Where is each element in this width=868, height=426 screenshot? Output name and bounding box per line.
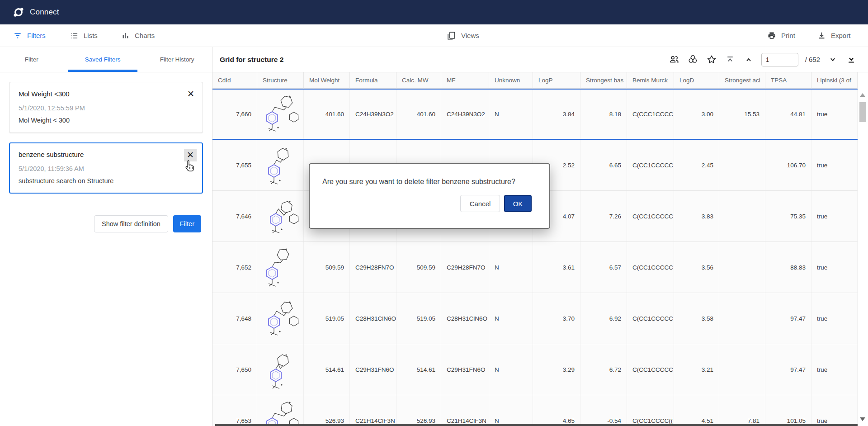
- top-navbar: Connect: [0, 0, 868, 24]
- dialog-message: Are you sure you want to delete filter b…: [322, 178, 515, 186]
- filter-list-icon: [13, 31, 22, 40]
- cell-logd: 3.83: [674, 191, 719, 241]
- saved-filter-card[interactable]: Mol Weight <300 ✕ 5/1/2020, 12:55:59 PM …: [9, 82, 203, 133]
- scroll-down-arrow-icon[interactable]: [860, 417, 865, 421]
- cell-tpsa: 75.35: [765, 191, 811, 241]
- cell-unknown: N: [489, 395, 533, 426]
- grid-title-bar: Grid for structure 2: [212, 47, 868, 72]
- print-button[interactable]: Print: [767, 24, 795, 47]
- tab-filter-history[interactable]: Filter History: [142, 47, 212, 72]
- saved-filter-card-selected[interactable]: benzene substructure ✕ 5/1/2020, 11:59:3…: [9, 142, 203, 194]
- cell-mol_weight: 514.61: [304, 344, 350, 395]
- column-header-strongest_basic[interactable]: Strongest bas: [580, 72, 627, 89]
- cell-calc_mw: 514.61: [396, 344, 441, 395]
- cell-strongest_acidic: [719, 293, 765, 344]
- cell-calc_mw: 526.93: [396, 395, 441, 426]
- nav-charts[interactable]: Charts: [121, 24, 155, 47]
- cell-bemis_murcko: C(CC1CCCC((: [627, 395, 674, 426]
- print-label: Print: [781, 32, 795, 39]
- column-header-bemis_murcko[interactable]: Bemis Murck: [627, 72, 674, 89]
- filter-button[interactable]: Filter: [173, 215, 201, 232]
- nav-lists-label: Lists: [84, 32, 98, 39]
- cell-cdid: 7,655: [212, 140, 257, 190]
- cell-strongest_acidic: [719, 191, 765, 241]
- cell-formula: C21H14ClF3N: [350, 395, 396, 426]
- column-header-mol_weight[interactable]: Mol Weight: [304, 72, 350, 89]
- vertical-scrollbar-thumb[interactable]: [859, 102, 866, 122]
- print-icon: [767, 31, 776, 40]
- favorite-star-icon[interactable]: [706, 54, 717, 66]
- cell-logd: 3.21: [674, 344, 719, 395]
- next-page-icon[interactable]: [827, 54, 839, 66]
- column-header-cdid[interactable]: CdId: [212, 72, 257, 89]
- cell-tpsa: 88.83: [765, 242, 811, 293]
- export-label: Export: [831, 32, 850, 39]
- filter-timestamp: 5/1/2020, 12:55:59 PM: [19, 104, 193, 112]
- cell-formula: C29H31FN6O: [350, 344, 396, 395]
- tab-filter[interactable]: Filter: [0, 47, 63, 72]
- structures-hexagons-icon[interactable]: [687, 54, 699, 66]
- cell-tpsa: 97.47: [765, 344, 811, 395]
- column-header-logd[interactable]: LogD: [674, 72, 719, 89]
- cell-strongest_basic: 6.72: [580, 344, 627, 395]
- cell-mf: C21H14ClF3N: [441, 395, 489, 426]
- table-row[interactable]: 7,650514.61C29H31FN6O514.61C29H31FN6ON3.…: [212, 344, 858, 395]
- export-button[interactable]: Export: [817, 24, 850, 47]
- filter-title: benzene substructure: [19, 151, 193, 158]
- molecule-drawing: [259, 142, 301, 189]
- tab-saved-filters[interactable]: Saved Filters: [63, 47, 142, 72]
- cell-mol_weight: 526.93: [304, 395, 350, 426]
- table-row[interactable]: 7,652509.59C29H28FN7O509.59C29H28FN7ON3.…: [212, 242, 858, 293]
- column-header-unknown[interactable]: Unknown: [489, 72, 533, 89]
- cell-tpsa: 101.05: [765, 395, 811, 426]
- delete-filter-button[interactable]: ✕: [184, 149, 197, 161]
- last-page-icon[interactable]: [845, 54, 857, 66]
- column-header-formula[interactable]: Formula: [350, 72, 396, 89]
- molecule-drawing: [259, 244, 301, 291]
- column-header-calc_mw[interactable]: Calc. MW: [396, 72, 441, 89]
- table-row-selected[interactable]: 7,660401.60C24H39N3O2401.60C24H39N3O2N3.…: [212, 89, 858, 140]
- cell-formula: C28H31ClN6O: [350, 293, 396, 344]
- connect-logo-icon: [13, 6, 24, 18]
- column-header-logp[interactable]: LogP: [533, 72, 580, 89]
- cancel-button[interactable]: Cancel: [460, 195, 500, 212]
- views-button[interactable]: Views: [446, 24, 479, 47]
- scroll-up-arrow-icon[interactable]: [860, 93, 865, 97]
- cell-logd: 4.51: [674, 395, 719, 426]
- first-page-icon[interactable]: [724, 54, 736, 66]
- cell-tpsa: 97.47: [765, 293, 811, 344]
- cell-strongest_acidic: 15.53: [719, 90, 765, 139]
- vertical-scrollbar[interactable]: [858, 89, 868, 424]
- ok-button[interactable]: OK: [504, 195, 532, 212]
- table-row[interactable]: 7,648519.05C28H31ClN6O519.05C28H31ClN6ON…: [212, 293, 858, 344]
- cell-logp: 3.70: [533, 293, 580, 344]
- table-row[interactable]: 7,653526.93C21H14ClF3N526.93C21H14ClF3NN…: [212, 395, 858, 426]
- cell-strongest_acidic: 7.81: [719, 395, 765, 426]
- users-icon[interactable]: [669, 54, 680, 66]
- page-number-input[interactable]: [761, 53, 798, 66]
- column-header-strongest_acidic[interactable]: Strongest aci: [719, 72, 765, 89]
- cell-cdid: 7,648: [212, 293, 257, 344]
- cell-bemis_murcko: C(CC1CCCCC: [627, 293, 674, 344]
- filter-description: substructure search on Structure: [19, 177, 193, 185]
- molecule-structure-image: [257, 344, 304, 395]
- column-header-mf[interactable]: MF: [441, 72, 489, 89]
- page-separator: /: [805, 56, 807, 63]
- cell-lipinski: true: [811, 293, 858, 344]
- show-filter-definition-button[interactable]: Show filter definition: [94, 215, 168, 232]
- cell-bemis_murcko: C(CC1CCCCC: [627, 191, 674, 241]
- molecule-drawing: [259, 346, 301, 393]
- column-header-tpsa[interactable]: TPSA: [765, 72, 811, 89]
- previous-page-icon[interactable]: [743, 54, 755, 66]
- delete-filter-button[interactable]: ✕: [184, 88, 197, 100]
- column-header-structure[interactable]: Structure: [257, 72, 304, 89]
- bar-chart-icon: [121, 31, 130, 40]
- cell-unknown: N: [489, 344, 533, 395]
- cell-mol_weight: 509.59: [304, 242, 350, 293]
- column-header-lipinski[interactable]: Lipinski (3 of: [811, 72, 858, 89]
- cell-strongest_basic: 8.18: [580, 90, 627, 139]
- molecule-drawing: [259, 397, 301, 426]
- horizontal-scrollbar-thumb[interactable]: [215, 424, 858, 426]
- nav-filters[interactable]: Filters: [13, 24, 46, 47]
- nav-lists[interactable]: Lists: [70, 24, 98, 47]
